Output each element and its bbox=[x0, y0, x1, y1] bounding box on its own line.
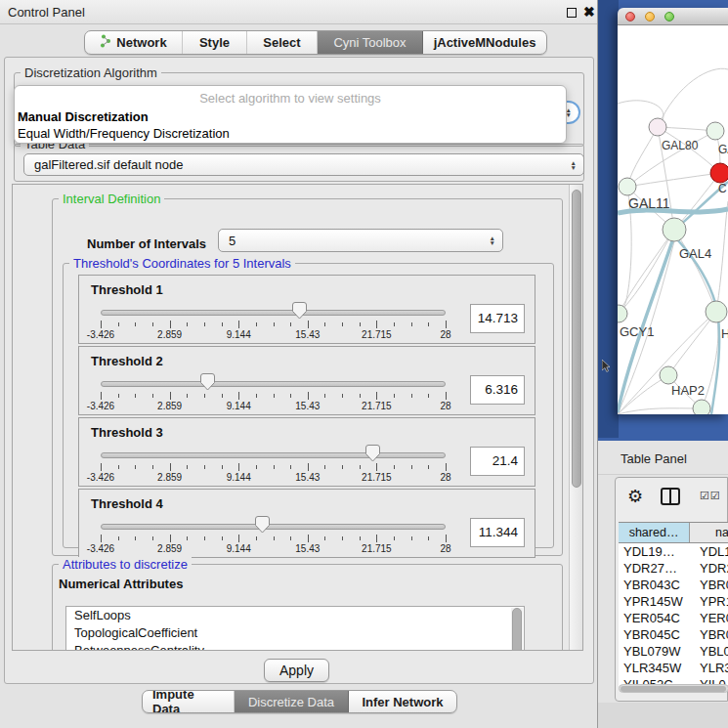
number-of-intervals-combo[interactable]: 5 ▲▼ bbox=[218, 229, 503, 252]
tick-mark bbox=[204, 536, 205, 540]
tick-label: 9.144 bbox=[209, 472, 268, 483]
slider-track[interactable] bbox=[101, 310, 446, 316]
tick-mark bbox=[187, 536, 188, 540]
tick-mark bbox=[222, 394, 223, 398]
attribute-item[interactable]: TopologicalCoefficient bbox=[66, 624, 524, 642]
table-row[interactable]: YBL079WYBL0 bbox=[619, 643, 728, 660]
network-node[interactable] bbox=[707, 122, 724, 140]
tick-label: 28 bbox=[416, 472, 475, 483]
tab-cyni-toolbox[interactable]: Cyni Toolbox bbox=[318, 31, 423, 54]
cell-shared-name[interactable]: YPR145W bbox=[619, 593, 693, 610]
zoom-traffic-light[interactable] bbox=[664, 12, 674, 21]
tab-infer-network[interactable]: Infer Network bbox=[349, 691, 456, 712]
slider-track[interactable] bbox=[101, 524, 446, 530]
slider-track[interactable] bbox=[101, 381, 446, 387]
network-nodes[interactable] bbox=[618, 118, 728, 414]
column-header-name[interactable]: na bbox=[690, 523, 728, 542]
tab-discretize-data[interactable]: Discretize Data bbox=[235, 691, 349, 712]
tab-style[interactable]: Style bbox=[183, 31, 247, 54]
float-window-icon[interactable] bbox=[567, 8, 577, 18]
cell-shared-name[interactable]: YBL079W bbox=[619, 643, 693, 660]
table-row[interactable]: YDL19…YDL1 bbox=[619, 543, 728, 560]
tick-label: 15.43 bbox=[278, 472, 337, 483]
attributes-scrollbar-thumb[interactable] bbox=[512, 608, 522, 651]
threshold-value-field[interactable]: 21.4 bbox=[470, 447, 525, 476]
network-node[interactable] bbox=[649, 118, 666, 136]
attribute-item[interactable]: BetweennessCentrality bbox=[66, 642, 524, 651]
algorithm-option-equal-width[interactable]: Equal Width/Frequency Discretization bbox=[18, 126, 230, 141]
close-traffic-light[interactable] bbox=[625, 12, 635, 21]
apply-button[interactable]: Apply bbox=[264, 659, 329, 682]
table-horizontal-scrollbar[interactable] bbox=[619, 684, 728, 693]
tick-mark bbox=[222, 465, 223, 469]
tick-mark bbox=[101, 535, 102, 542]
network-node[interactable] bbox=[660, 366, 677, 384]
cell-shared-name[interactable]: YBR045C bbox=[619, 626, 693, 643]
network-node[interactable] bbox=[619, 178, 636, 195]
table-row[interactable]: YLR345WYLR3 bbox=[619, 660, 728, 676]
tick-mark bbox=[135, 465, 136, 469]
algorithm-option-manual[interactable]: Manual Discretization bbox=[18, 109, 149, 124]
tick-mark bbox=[274, 536, 275, 540]
slider-thumb[interactable] bbox=[200, 373, 215, 391]
checkbox-icon[interactable]: ☑☑ bbox=[700, 490, 721, 502]
main-scrollbar[interactable] bbox=[569, 185, 583, 651]
split-columns-icon[interactable] bbox=[661, 488, 680, 505]
cell-shared-name[interactable]: YBR043C bbox=[619, 577, 693, 593]
table-row[interactable]: YDR27…YDR2 bbox=[619, 560, 728, 577]
column-header-shared-name[interactable]: shared… bbox=[619, 523, 690, 542]
tick-mark bbox=[204, 465, 205, 469]
network-window-titlebar[interactable] bbox=[618, 8, 728, 25]
algorithm-placeholder: Select algorithm to view settings bbox=[15, 91, 566, 106]
tick-mark bbox=[101, 392, 102, 400]
network-node[interactable] bbox=[693, 400, 710, 414]
tick-label: 2.859 bbox=[141, 329, 199, 340]
table-row[interactable]: YBR043CYBR0 bbox=[619, 577, 728, 593]
slider-track[interactable] bbox=[101, 452, 446, 458]
attributes-scrollbar[interactable] bbox=[511, 608, 523, 651]
network-view[interactable]: GAL80GACGAL11GAL4GCY1HHAP2 bbox=[618, 25, 728, 414]
tick-mark bbox=[342, 394, 343, 398]
network-node[interactable] bbox=[618, 305, 627, 322]
numerical-attributes-list[interactable]: SelfLoopsTopologicalCoefficientBetweenne… bbox=[65, 606, 525, 651]
cell-shared-name[interactable]: YER054C bbox=[619, 610, 693, 626]
table-row[interactable]: YER054CYER0 bbox=[619, 610, 728, 626]
cell-shared-name[interactable]: YLR345W bbox=[619, 660, 693, 676]
slider-thumb[interactable] bbox=[255, 516, 270, 534]
threshold-value-field[interactable]: 14.713 bbox=[470, 304, 525, 333]
tab-jactivemnodules[interactable]: jActiveMNodules bbox=[423, 31, 546, 54]
threshold-value-field[interactable]: 11.344 bbox=[470, 518, 525, 547]
threshold-value-field[interactable]: 6.316 bbox=[470, 375, 525, 405]
attribute-item[interactable]: SelfLoops bbox=[66, 607, 524, 624]
close-icon[interactable]: ✖ bbox=[583, 4, 595, 20]
cell-name[interactable]: YLR3 bbox=[693, 660, 728, 676]
tick-mark bbox=[170, 321, 171, 328]
table-data-combo[interactable]: galFiltered.sif default node ▲▼ bbox=[23, 153, 584, 176]
tick-mark bbox=[187, 322, 188, 326]
network-node[interactable] bbox=[706, 301, 727, 322]
tab-network[interactable]: Network bbox=[85, 31, 183, 54]
tick-mark bbox=[152, 394, 153, 398]
table-row[interactable]: YPR145WYPR1 bbox=[619, 593, 728, 610]
slider-thumb[interactable] bbox=[292, 302, 307, 320]
minimize-traffic-light[interactable] bbox=[645, 12, 655, 21]
table-horizontal-scrollbar-thumb[interactable] bbox=[621, 686, 726, 692]
tick-mark bbox=[360, 394, 361, 398]
cell-name[interactable]: YPR1 bbox=[693, 593, 728, 610]
cell-name[interactable]: YDL1 bbox=[693, 543, 728, 560]
cell-shared-name[interactable]: YDR27… bbox=[619, 560, 693, 577]
gear-icon[interactable]: ⚙ bbox=[627, 486, 643, 507]
network-node[interactable] bbox=[663, 218, 686, 241]
network-node[interactable] bbox=[710, 163, 728, 183]
cell-name[interactable]: YBL0 bbox=[693, 643, 728, 660]
tab-impute-data[interactable]: Impute Data bbox=[143, 691, 235, 712]
cell-shared-name[interactable]: YDL19… bbox=[619, 543, 693, 560]
tab-select[interactable]: Select bbox=[247, 31, 318, 54]
cell-name[interactable]: YBR0 bbox=[693, 626, 728, 643]
cell-name[interactable]: YER0 bbox=[693, 610, 728, 626]
slider-thumb[interactable] bbox=[365, 445, 380, 462]
cell-name[interactable]: YDR2 bbox=[693, 560, 728, 577]
cell-name[interactable]: YBR0 bbox=[693, 577, 728, 593]
table-row[interactable]: YBR045CYBR0 bbox=[619, 626, 728, 643]
main-scrollbar-thumb[interactable] bbox=[572, 190, 581, 488]
